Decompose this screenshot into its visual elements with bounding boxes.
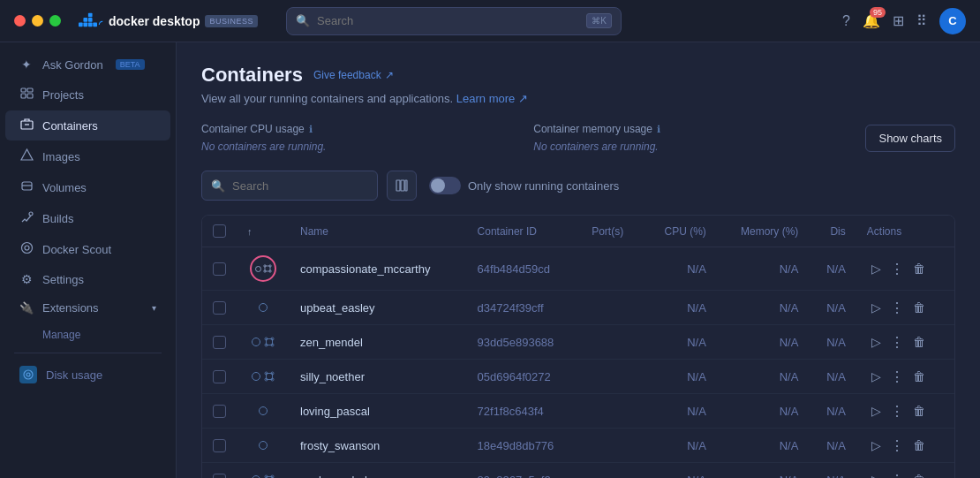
status-dot (259, 303, 268, 312)
ports-col-header[interactable]: Port(s) (581, 216, 643, 247)
row-container-id: 89a8267a5ef2 (467, 463, 582, 479)
status-dot (255, 266, 261, 272)
running-toggle[interactable] (429, 177, 461, 194)
play-button[interactable]: ▷ (867, 402, 886, 420)
sidebar-item-containers[interactable]: Containers (5, 110, 170, 140)
row-cpu: N/A (643, 291, 716, 325)
sidebar-item-volumes[interactable]: Volumes (5, 172, 170, 202)
row-checkbox[interactable] (213, 474, 226, 479)
sidebar-sub-item-manage[interactable]: Manage (5, 322, 170, 347)
extensions-icon[interactable]: ⊞ (893, 12, 904, 29)
delete-button[interactable]: 🗑 (908, 436, 930, 454)
table-row: zen_mendel93dd5e893688N/AN/AN/A ▷ ⋮ 🗑 (202, 325, 954, 360)
play-button[interactable]: ▷ (867, 436, 886, 454)
status-with-cluster (247, 474, 279, 478)
row-checkbox[interactable] (213, 370, 226, 383)
more-options-button[interactable]: ⋮ (887, 472, 907, 479)
more-options-button[interactable]: ⋮ (887, 261, 907, 277)
play-button[interactable]: ▷ (867, 299, 886, 316)
learn-more-link[interactable]: Learn more ↗ (456, 92, 528, 105)
sidebar-item-builds[interactable]: Builds (5, 203, 170, 233)
row-checkbox-cell (202, 463, 237, 479)
sidebar-item-extensions[interactable]: 🔌 Extensions ▾ (5, 294, 170, 322)
more-options-button[interactable]: ⋮ (887, 300, 907, 316)
user-avatar[interactable]: C (939, 8, 966, 34)
container-search-input[interactable] (232, 179, 381, 193)
main-layout: ✦ Ask Gordon BETA Projects Containers Im… (0, 42, 980, 478)
notifications-button[interactable]: 🔔 95 (863, 12, 880, 29)
table-row: upbeat_easleyd34724f39cffN/AN/AN/A ▷ ⋮ 🗑 (202, 291, 954, 325)
show-charts-button[interactable]: Show charts (865, 125, 955, 152)
row-disk: N/A (809, 247, 856, 291)
sidebar-item-settings[interactable]: ⚙ Settings (5, 265, 170, 293)
cluster-icon (264, 371, 275, 382)
close-button[interactable] (14, 15, 26, 27)
row-checkbox[interactable] (213, 439, 226, 452)
logo-text: docker desktop (109, 14, 200, 28)
beta-badge: BETA (116, 59, 145, 70)
play-button[interactable]: ▷ (867, 471, 886, 478)
cpu-col-header[interactable]: CPU (%) (643, 216, 716, 247)
row-checkbox[interactable] (213, 336, 226, 349)
row-status-cell (237, 325, 290, 360)
global-search-input[interactable] (317, 14, 579, 27)
delete-button[interactable]: 🗑 (908, 333, 930, 351)
row-status-cell (237, 394, 290, 429)
sidebar-item-docker-scout[interactable]: Docker Scout (5, 234, 170, 264)
feedback-link[interactable]: Give feedback ↗ (313, 69, 394, 81)
sort-up-icon[interactable]: ↑ (247, 226, 253, 237)
name-col-header[interactable]: Name (290, 216, 467, 247)
delete-button[interactable]: 🗑 (908, 402, 930, 420)
sidebar: ✦ Ask Gordon BETA Projects Containers Im… (0, 42, 177, 478)
disk-usage-label: Disk usage (46, 368, 102, 382)
business-badge: BUSINESS (205, 15, 258, 27)
row-ports (581, 394, 643, 429)
memory-info-icon: ℹ (657, 124, 660, 135)
maximize-button[interactable] (49, 15, 61, 27)
disk-col-header[interactable]: Dis (809, 216, 856, 247)
container-id-col-header[interactable]: Container ID (467, 216, 582, 247)
sidebar-item-projects[interactable]: Projects (5, 80, 170, 110)
container-search-wrap[interactable]: 🔍 (201, 171, 378, 201)
column-toggle-button[interactable] (387, 171, 417, 201)
memory-col-header[interactable]: Memory (%) (717, 216, 810, 247)
play-button[interactable]: ▷ (867, 260, 886, 277)
play-button[interactable]: ▷ (867, 333, 886, 351)
apps-grid-icon[interactable]: ⠿ (916, 12, 927, 29)
page-header: Containers Give feedback ↗ (201, 64, 955, 87)
titlebar-actions: ? 🔔 95 ⊞ ⠿ C (842, 8, 966, 34)
play-button[interactable]: ▷ (867, 368, 886, 385)
row-cpu: N/A (643, 429, 716, 463)
delete-button[interactable]: 🗑 (908, 260, 930, 277)
feedback-label: Give feedback (313, 69, 381, 81)
sidebar-item-disk-usage[interactable]: Disk usage (5, 359, 170, 391)
sidebar-item-images[interactable]: Images (5, 141, 170, 171)
delete-button[interactable]: 🗑 (908, 299, 930, 316)
row-disk: N/A (809, 325, 856, 360)
minimize-button[interactable] (32, 15, 43, 27)
more-options-button[interactable]: ⋮ (887, 437, 907, 454)
row-container-id: 64fb484d59cd (467, 247, 582, 291)
row-checkbox[interactable] (213, 405, 226, 418)
row-container-id: 72f1f8c643f4 (467, 394, 582, 429)
memory-stat-label: Container memory usage ℹ (533, 123, 830, 135)
more-options-button[interactable]: ⋮ (887, 403, 907, 420)
row-actions: ▷ ⋮ 🗑 (856, 429, 954, 463)
help-button[interactable]: ? (842, 13, 850, 29)
row-checkbox[interactable] (213, 262, 226, 276)
more-options-button[interactable]: ⋮ (887, 368, 907, 385)
delete-button[interactable]: 🗑 (908, 368, 930, 385)
select-all-checkbox[interactable] (213, 224, 226, 238)
svg-rect-0 (79, 22, 83, 27)
more-options-button[interactable]: ⋮ (887, 334, 907, 351)
global-search-bar[interactable]: 🔍 ⌘K (286, 7, 622, 35)
search-icon: 🔍 (211, 179, 225, 193)
row-checkbox[interactable] (213, 301, 226, 315)
volumes-icon (19, 179, 34, 195)
sidebar-label-settings: Settings (42, 273, 84, 286)
row-actions: ▷ ⋮ 🗑 (856, 463, 954, 479)
select-all-header[interactable] (202, 216, 237, 247)
sidebar-item-ask-gordon[interactable]: ✦ Ask Gordon BETA (5, 50, 170, 79)
delete-button[interactable]: 🗑 (908, 471, 930, 478)
search-icon: 🔍 (296, 14, 310, 27)
